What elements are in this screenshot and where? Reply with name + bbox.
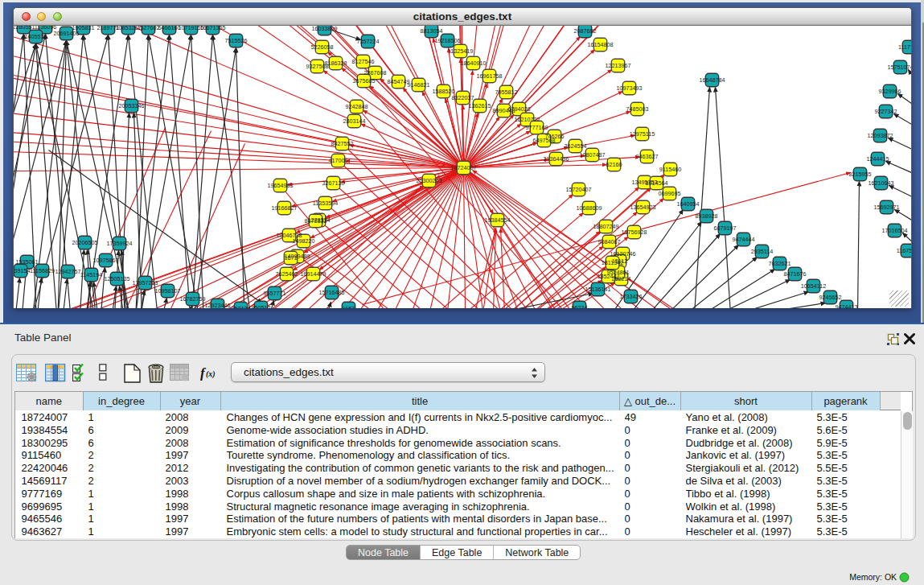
svg-text:62160: 62160: [606, 161, 622, 168]
svg-text:7485003: 7485003: [626, 105, 649, 113]
svg-text:15720407: 15720407: [566, 186, 592, 193]
svg-text:19756928: 19756928: [622, 229, 647, 236]
svg-text:9657771: 9657771: [264, 290, 286, 297]
svg-text:3267130: 3267130: [322, 179, 345, 187]
svg-text:20206505: 20206505: [72, 239, 98, 246]
svg-text:417006: 417006: [329, 157, 348, 164]
svg-text:7515526: 7515526: [225, 37, 248, 44]
svg-text:11353594: 11353594: [313, 200, 338, 207]
svg-text:(x): (x): [206, 369, 216, 379]
svg-text:1535061: 1535061: [16, 258, 39, 266]
svg-text:952134: 952134: [232, 305, 251, 308]
svg-text:10973493: 10973493: [617, 84, 643, 92]
svg-text:18640910: 18640910: [461, 60, 487, 67]
svg-text:1527602: 1527602: [138, 26, 160, 31]
svg-text:20053346: 20053346: [119, 102, 145, 109]
svg-text:1640954: 1640954: [677, 200, 700, 208]
svg-text:1852447: 1852447: [598, 273, 620, 280]
svg-text:2280551: 2280551: [14, 26, 35, 31]
svg-text:12093872: 12093872: [868, 132, 893, 139]
svg-text:1167531: 1167531: [897, 247, 911, 254]
svg-text:16961758: 16961758: [477, 72, 503, 80]
svg-text:10958107: 10958107: [155, 287, 181, 295]
svg-text:17359924: 17359924: [107, 240, 133, 247]
svg-text:16033809: 16033809: [312, 26, 338, 32]
svg-text:8215955: 8215955: [849, 171, 872, 178]
svg-text:9474413: 9474413: [836, 303, 858, 308]
svg-text:950512: 950512: [252, 304, 271, 308]
svg-text:19166827: 19166827: [272, 204, 298, 212]
svg-text:1498220: 1498220: [293, 237, 315, 245]
svg-text:11156829: 11156829: [30, 267, 55, 274]
svg-text:16210722: 16210722: [515, 116, 540, 123]
svg-text:7632621: 7632621: [769, 260, 791, 267]
svg-text:0699695: 0699695: [659, 190, 681, 197]
svg-text:19654983: 19654983: [268, 182, 294, 189]
svg-text:10688609: 10688609: [577, 204, 602, 212]
svg-text:15716485: 15716485: [319, 289, 345, 296]
svg-text:6497568: 6497568: [533, 137, 556, 144]
svg-text:16120746: 16120746: [610, 250, 636, 257]
svg-text:5226058: 5226058: [311, 43, 334, 51]
svg-text:12923446: 12923446: [205, 302, 231, 308]
svg-text:939154: 939154: [14, 267, 30, 274]
svg-text:7357224: 7357224: [357, 38, 380, 45]
svg-text:1157: 1157: [343, 305, 355, 308]
svg-text:8427552: 8427552: [331, 140, 354, 147]
svg-text:16914479: 16914479: [301, 270, 326, 278]
svg-text:17016504: 17016504: [882, 227, 908, 234]
svg-text:9115460: 9115460: [659, 166, 681, 173]
svg-text:12975115: 12975115: [630, 130, 655, 138]
svg-text:8813054: 8813054: [421, 27, 443, 35]
svg-text:2803144: 2803144: [343, 117, 366, 125]
svg-text:96234: 96234: [572, 304, 588, 308]
svg-text:7955812: 7955812: [495, 89, 518, 96]
svg-text:9329966: 9329966: [879, 88, 901, 95]
svg-text:10807487: 10807487: [580, 151, 606, 159]
svg-text:2867608: 2867608: [364, 69, 387, 76]
svg-text:8471676: 8471676: [784, 270, 807, 278]
svg-text:15751074: 15751074: [888, 64, 911, 71]
svg-text:8186328: 8186328: [325, 60, 347, 67]
svg-text:3624554: 3624554: [565, 142, 587, 150]
svg-text:1244415: 1244415: [867, 155, 889, 163]
svg-text:21364436: 21364436: [544, 155, 569, 163]
svg-text:2935114: 2935114: [751, 248, 773, 255]
svg-text:16648784: 16648784: [700, 76, 725, 84]
svg-text:10975867: 10975867: [93, 257, 119, 264]
svg-text:19384554: 19384554: [485, 216, 511, 224]
svg-text:9084067: 9084067: [598, 238, 621, 245]
svg-text:16154808: 16154808: [588, 41, 614, 48]
svg-text:8454749: 8454749: [388, 78, 410, 85]
svg-text:18724007: 18724007: [451, 164, 477, 171]
svg-text:16782759: 16782759: [180, 295, 206, 303]
svg-text:12942757: 12942757: [55, 268, 81, 275]
svg-text:1145194: 1145194: [80, 271, 102, 278]
svg-text:11325419: 11325419: [448, 47, 473, 55]
svg-text:9146821: 9146821: [408, 81, 430, 89]
svg-text:18807249: 18807249: [593, 223, 619, 230]
svg-text:9463627: 9463627: [636, 153, 659, 160]
svg-text:12213967: 12213967: [606, 62, 631, 69]
svg-text:8127546: 8127546: [352, 58, 375, 65]
svg-text:1905831: 1905831: [72, 26, 95, 31]
svg-text:9474444: 9474444: [733, 236, 755, 243]
svg-text:6466160: 6466160: [158, 26, 181, 31]
svg-text:1362615: 1362615: [469, 102, 491, 109]
svg-text:8322037: 8322037: [452, 94, 474, 101]
svg-text:1117714: 1117714: [898, 43, 911, 51]
svg-text:7625402: 7625402: [276, 270, 298, 278]
svg-text:15136141: 15136141: [585, 286, 611, 293]
svg-text:2087682: 2087682: [574, 27, 597, 35]
svg-text:8914564: 8914564: [646, 179, 668, 187]
svg-text:15692971: 15692971: [874, 204, 900, 211]
svg-text:16210643: 16210643: [869, 179, 894, 187]
svg-text:1733426: 1733426: [620, 293, 643, 300]
svg-text:6879197: 6879197: [714, 225, 737, 232]
svg-text:1811342: 1811342: [602, 259, 623, 266]
svg-text:8678332: 8678332: [305, 217, 327, 225]
svg-text:16671355: 16671355: [200, 26, 226, 31]
svg-text:12505135: 12505135: [105, 275, 130, 282]
svg-text:9242848: 9242848: [346, 103, 368, 110]
svg-text:1671: 1671: [285, 254, 298, 262]
